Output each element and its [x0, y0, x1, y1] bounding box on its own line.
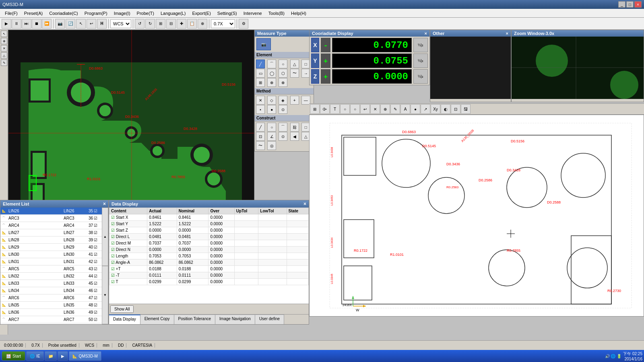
cell-check[interactable]: ☑ T [109, 279, 147, 285]
cad-tool-12[interactable]: ↗ [421, 104, 430, 114]
next-button[interactable]: ⏭ [22, 19, 31, 29]
construct-target[interactable]: ◎ [267, 141, 276, 150]
cad-tool-16[interactable]: 🖫 [461, 104, 471, 114]
y-half-button[interactable]: ½|₂ [413, 53, 428, 68]
cad-tool-7[interactable]: ✕ [370, 104, 380, 114]
cad-tool-13[interactable]: Xy [431, 104, 440, 114]
list-item[interactable]: 📐 LIN34 LIN34 46 ☑ [0, 287, 102, 294]
method-xcross[interactable]: ✕ [256, 96, 265, 105]
cell-check[interactable]: ☑ -T [109, 272, 147, 279]
element-wave[interactable]: 〜 [290, 69, 299, 78]
tab-data-display[interactable]: Data Display [109, 315, 140, 324]
list-scroll[interactable]: ▲ ▼ [102, 208, 108, 324]
construct-wave[interactable]: 〜 [256, 141, 265, 150]
element-ring[interactable]: ⊕ [267, 78, 276, 87]
stop-button[interactable]: ⏹ [32, 19, 41, 29]
method-target[interactable]: ⊙ [279, 105, 287, 114]
list-item[interactable]: 📐 LIN28 LIN28 39 ☑ [0, 237, 102, 244]
list-item[interactable]: ⌒ ARC3 ARC3 36 ☑ [0, 215, 102, 222]
list-item[interactable]: 📐 LIN32 LIN32 44 ☑ [0, 273, 102, 280]
element-arc-line[interactable]: ⌒ [267, 60, 276, 68]
save-btn[interactable]: H [97, 19, 107, 29]
x-half-button[interactable]: ½|₂ [413, 38, 428, 52]
cad-tool-4[interactable]: ○ [340, 104, 350, 114]
start-button[interactable]: 🪟 Start [2, 351, 25, 361]
list-item[interactable]: 📐 LIN29 LIN29 40 ☑ [0, 244, 102, 251]
menu-setting[interactable]: Setting(S) [214, 9, 240, 17]
cad-tool-8[interactable]: ⊕ [380, 104, 390, 114]
cell-check[interactable]: ☑ Length [109, 253, 147, 259]
list-item[interactable]: ⌒ ARC4 ARC4 37 ☑ [0, 222, 102, 229]
cad-tool-6[interactable]: ↩ [360, 104, 370, 114]
coord-close-button[interactable]: × [425, 31, 427, 36]
construct-arrow[interactable]: ◀ [290, 132, 299, 141]
taskbar-ie[interactable]: 🌐 IE [26, 351, 43, 361]
construct-link[interactable]: ⛓ [290, 123, 299, 132]
menu-file[interactable]: File(F) [2, 9, 21, 17]
undo-btn[interactable]: ↺ [135, 19, 144, 29]
scroll-up[interactable]: ▲ [102, 208, 108, 266]
list-item[interactable]: 📐 LIN27 LIN27 38 ☑ [0, 229, 102, 237]
tab-element-copy[interactable]: Element Copy [140, 315, 174, 324]
data-table[interactable]: Content Actual Nominal Over UpTol LowTol… [109, 208, 309, 304]
element-grid[interactable]: ⊞ [256, 78, 265, 87]
fast-forward-button[interactable]: ⏩ [42, 19, 52, 29]
menu-intervene[interactable]: Intervene [240, 9, 265, 17]
minimize-button[interactable]: _ [618, 1, 625, 8]
method-plus[interactable]: + [290, 96, 299, 105]
cad-tool-14[interactable]: ◐ [441, 104, 450, 114]
element-line[interactable]: ╱ [256, 60, 265, 68]
tab-user-define[interactable]: User define [255, 315, 284, 324]
menu-preset[interactable]: Preset(A) [21, 9, 46, 17]
scroll-down[interactable]: ▼ [102, 266, 108, 324]
sidebar-tool-2[interactable]: ⊕ [1, 38, 7, 44]
list-item[interactable]: 📐 LIN35 LIN35 48 ☑ [0, 302, 102, 309]
construct-meas[interactable]: ⊡ [256, 132, 265, 141]
sidebar-tool-4[interactable]: △ [1, 52, 7, 59]
method-circ[interactable]: ● [267, 105, 276, 114]
redo-btn[interactable]: ↻ [145, 19, 155, 29]
element-list-close[interactable]: × [103, 201, 106, 207]
menu-program[interactable]: Program(P) [81, 9, 111, 17]
camera-btn[interactable]: 📷 [55, 19, 65, 29]
list-item[interactable]: 📐 LIN26 LIN26 35 ☑ [0, 208, 102, 215]
construct-circle[interactable]: ○ [267, 123, 276, 132]
element-list-body[interactable]: 📐 LIN26 LIN26 35 ☑ ⌒ ARC3 ARC3 36 ☑ [0, 208, 102, 324]
menu-export[interactable]: Export(E) [189, 9, 214, 17]
tool-d[interactable]: 📋 [187, 19, 197, 29]
show-all-button[interactable]: Show All [110, 305, 134, 313]
method-sq[interactable]: ▪ [256, 105, 265, 114]
cad-tool-3[interactable]: T [330, 104, 340, 114]
z-half-button[interactable]: ½|₂ [413, 69, 428, 84]
cell-check[interactable]: ☑ Start Z [109, 227, 147, 234]
menu-tools[interactable]: Tools(B) [265, 9, 288, 17]
construct-angle[interactable]: ∠ [267, 132, 276, 141]
cell-check[interactable]: ☑ Start X [109, 214, 147, 221]
construct-ring[interactable]: ⊙ [279, 132, 287, 141]
list-item[interactable]: 📐 LIN31 LIN31 42 ☑ [0, 258, 102, 265]
cad-tool-2[interactable]: ⌱ [320, 104, 330, 114]
construct-line[interactable]: ╱ [256, 123, 265, 132]
row-check[interactable]: ☑ [94, 209, 100, 213]
element-crosshair[interactable]: ⊗ [279, 78, 287, 87]
element-circle[interactable]: ○ [279, 60, 287, 68]
list-item[interactable]: 📐 LIN33 LIN33 45 ☑ [0, 280, 102, 287]
sidebar-tool-3[interactable]: ✕ [1, 45, 7, 51]
tab-position-tolerance[interactable]: Position Tolerance [174, 315, 216, 324]
taskbar-explorer[interactable]: 📁 [45, 351, 57, 361]
cell-check[interactable]: ☑ +T [109, 266, 147, 272]
element-square[interactable]: ▭ [256, 69, 265, 78]
cell-check[interactable]: ☑ Direct L [109, 234, 147, 240]
other-close-button[interactable]: × [506, 31, 508, 36]
list-item[interactable]: 📐 LIN30 LIN30 41 ☑ [0, 251, 102, 258]
cad-tool-9[interactable]: ✎ [390, 104, 400, 114]
cad-tool-11[interactable]: ● [411, 104, 420, 114]
element-ellipse[interactable]: ◯ [267, 69, 276, 78]
element-triangle[interactable]: △ [290, 60, 299, 68]
cell-check[interactable]: ☑ Direct M [109, 240, 147, 247]
menu-language[interactable]: Language(L) [157, 9, 189, 17]
construct-arc[interactable]: ⌒ [279, 123, 287, 132]
cell-check[interactable]: ☑ Direct N [109, 247, 147, 253]
tab-image-navigation[interactable]: Image Navigation [215, 315, 255, 324]
maximize-button[interactable]: □ [626, 1, 634, 8]
